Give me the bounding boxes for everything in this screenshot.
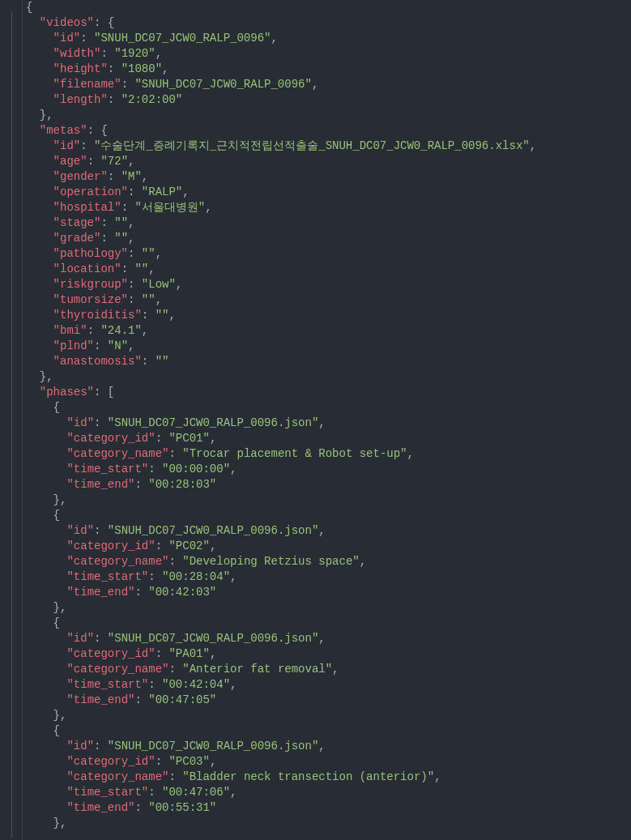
json-string: "Anterior fat removal": [182, 663, 332, 676]
code-line[interactable]: "gender": "M",: [26, 169, 536, 185]
json-punct: :: [128, 278, 142, 291]
json-punct: {: [53, 401, 60, 414]
json-string: "SNUH_DC07_JCW0_RALP_0096.json": [108, 632, 318, 645]
code-line[interactable]: "thyroiditis": "",: [26, 308, 536, 323]
code-line[interactable]: "location": "",: [26, 262, 536, 277]
json-punct: [26, 509, 53, 522]
code-line[interactable]: "id": "수술단계_증례기록지_근치적전립선적출술_SNUH_DC07_JC…: [26, 139, 536, 154]
code-line[interactable]: "category_id": "PC03",: [26, 754, 536, 770]
json-punct: :: [94, 16, 108, 29]
code-line[interactable]: "plnd": "N",: [26, 339, 536, 354]
code-line[interactable]: "bmi": "24.1",: [26, 323, 536, 339]
code-line[interactable]: "hospital": "서울대병원",: [26, 200, 536, 215]
code-line[interactable]: "time_start": "00:28:04",: [26, 569, 536, 585]
code-line[interactable]: "time_start": "00:47:06",: [26, 785, 536, 800]
code-line[interactable]: },: [26, 492, 536, 508]
code-line[interactable]: {: [26, 0, 536, 15]
json-punct: ,: [128, 232, 134, 245]
json-string: "00:42:04": [162, 678, 230, 691]
code-area[interactable]: { "videos": { "id": "SNUH_DC07_JCW0_RALP…: [23, 0, 543, 840]
json-key: "operation": [53, 185, 128, 198]
code-line[interactable]: "category_id": "PA01",: [26, 646, 536, 662]
code-line[interactable]: },: [26, 108, 536, 123]
json-key: "grade": [53, 232, 101, 245]
code-line[interactable]: "metas": {: [26, 123, 536, 139]
code-editor[interactable]: { "videos": { "id": "SNUH_DC07_JCW0_RALP…: [0, 0, 631, 840]
json-string: "N": [108, 339, 128, 352]
json-punct: ,: [162, 62, 168, 75]
code-line[interactable]: "category_id": "PC01",: [26, 431, 536, 446]
code-line[interactable]: "time_end": "00:28:03": [26, 477, 536, 492]
json-punct: :: [134, 478, 148, 491]
json-punct: :: [142, 355, 156, 368]
json-punct: :: [134, 586, 148, 599]
code-line[interactable]: "time_end": "00:47:05": [26, 693, 536, 708]
code-line[interactable]: "filename": "SNUH_DC07_JCW0_RALP_0096",: [26, 77, 536, 92]
code-line[interactable]: "stage": "",: [26, 215, 536, 231]
json-key: "category_name": [66, 447, 168, 460]
json-key: "anastomosis": [53, 355, 142, 368]
json-string: "72": [100, 155, 128, 168]
code-line[interactable]: "phases": [: [26, 385, 536, 400]
json-punct: [26, 817, 53, 829]
code-line[interactable]: {: [26, 400, 536, 416]
code-line[interactable]: {: [26, 616, 536, 631]
code-line[interactable]: "time_end": "00:55:31": [26, 800, 536, 816]
code-line[interactable]: "category_id": "PC02",: [26, 539, 536, 554]
gutter: [0, 0, 23, 840]
code-line[interactable]: "id": "SNUH_DC07_JCW0_RALP_0096.json",: [26, 631, 536, 646]
code-line[interactable]: "age": "72",: [26, 154, 536, 169]
code-line[interactable]: },: [26, 816, 536, 831]
json-key: "bmi": [53, 324, 87, 337]
json-punct: :: [148, 786, 162, 799]
code-line[interactable]: "time_end": "00:42:03": [26, 585, 536, 600]
code-line[interactable]: "category_name": "Anterior fat removal",: [26, 662, 536, 677]
json-string: "SNUH_DC07_JCW0_RALP_0096": [94, 32, 271, 45]
code-line[interactable]: "category_name": "Bladder neck transecti…: [26, 770, 536, 785]
code-line[interactable]: },: [26, 369, 536, 385]
json-key: "time_start": [66, 463, 148, 475]
json-string: "00:47:05": [148, 693, 216, 706]
code-line[interactable]: "category_name": "Trocar placement & Rob…: [26, 446, 536, 462]
json-punct: :: [148, 463, 162, 475]
json-string: "": [114, 232, 128, 245]
json-punct: ,: [205, 201, 211, 214]
json-punct: :: [87, 155, 101, 168]
code-line[interactable]: "id": "SNUH_DC07_JCW0_RALP_0096.json",: [26, 416, 536, 431]
code-line[interactable]: "length": "2:02:00": [26, 92, 536, 108]
code-line[interactable]: "id": "SNUH_DC07_JCW0_RALP_0096",: [26, 31, 536, 46]
json-key: "category_name": [66, 663, 168, 676]
code-line[interactable]: "grade": "",: [26, 231, 536, 246]
code-line[interactable]: "operation": "RALP",: [26, 185, 536, 200]
json-punct: [26, 463, 66, 475]
code-line[interactable]: {: [26, 508, 536, 523]
json-punct: ,: [230, 463, 237, 475]
code-line[interactable]: "anastomosis": "": [26, 354, 536, 369]
code-line[interactable]: "time_start": "00:00:00",: [26, 462, 536, 477]
json-string: "서울대병원": [134, 201, 205, 214]
json-punct: },: [53, 601, 67, 614]
code-line[interactable]: "riskgroup": "Low",: [26, 277, 536, 292]
json-punct: [26, 185, 53, 198]
json-key: "category_id": [66, 432, 155, 445]
json-key: "age": [53, 155, 87, 168]
code-line[interactable]: "width": "1920",: [26, 46, 536, 62]
code-line[interactable]: {: [26, 723, 536, 739]
json-punct: :: [87, 324, 101, 337]
json-punct: :: [108, 170, 122, 183]
code-line[interactable]: "height": "1080",: [26, 62, 536, 77]
code-line[interactable]: },: [26, 708, 536, 723]
code-line[interactable]: "tumorsize": "",: [26, 292, 536, 308]
code-line[interactable]: "time_start": "00:42:04",: [26, 677, 536, 693]
code-line[interactable]: "videos": {: [26, 15, 536, 31]
code-line[interactable]: "pathology": "",: [26, 246, 536, 262]
code-line[interactable]: "category_name": "Developing Retzius spa…: [26, 554, 536, 569]
code-line[interactable]: "id": "SNUH_DC07_JCW0_RALP_0096.json",: [26, 739, 536, 754]
code-line[interactable]: },: [26, 600, 536, 616]
json-key: "videos": [40, 16, 94, 29]
json-key: "length": [53, 93, 108, 106]
json-key: "id": [66, 524, 94, 537]
code-line[interactable]: "id": "SNUH_DC07_JCW0_RALP_0096.json",: [26, 523, 536, 539]
json-punct: {: [108, 16, 114, 29]
json-punct: [26, 32, 53, 45]
